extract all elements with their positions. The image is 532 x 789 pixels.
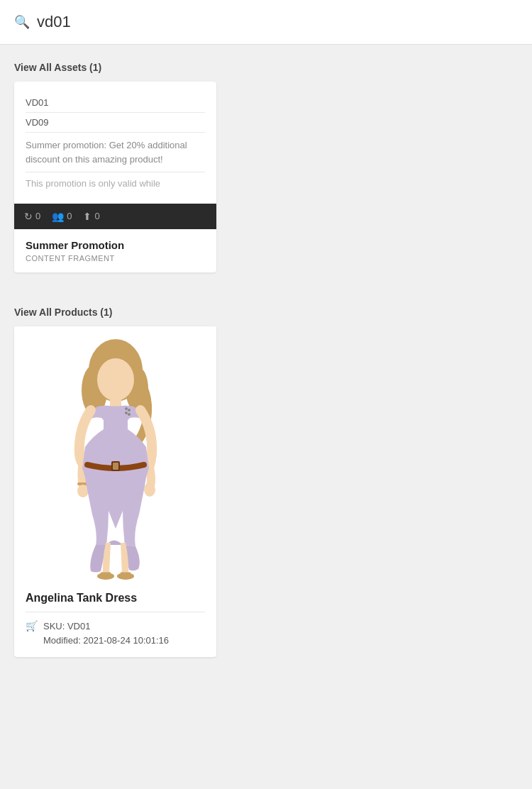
product-name: Angelina Tank Dress — [26, 592, 205, 605]
product-modified: Modified: 2021-08-24 10:01:16 — [43, 634, 169, 649]
svg-rect-6 — [102, 406, 108, 420]
asset-type-badge: CONTENT FRAGMENT — [26, 254, 205, 263]
search-header: 🔍 vd01 — [0, 0, 532, 45]
overlay-stat-1: ↻ 0 — [24, 211, 40, 222]
asset-card-content: VD01 VD09 Summer promotion: Get 20% addi… — [14, 82, 216, 204]
svg-point-4 — [97, 358, 134, 401]
asset-field-2: VD09 — [26, 113, 205, 133]
product-figure-svg — [14, 326, 216, 582]
asset-description: Summer promotion: Get 20% additional dis… — [26, 133, 205, 172]
search-query: vd01 — [37, 13, 71, 31]
svg-rect-16 — [113, 463, 118, 470]
svg-point-8 — [125, 407, 128, 410]
svg-point-11 — [128, 413, 131, 416]
asset-field-1: VD01 — [26, 93, 205, 113]
upload-icon: ⬆ — [83, 211, 92, 222]
svg-point-10 — [125, 412, 128, 414]
product-card[interactable]: Angelina Tank Dress 🛒 SKU: VD01 Modified… — [14, 326, 216, 658]
product-meta: 🛒 SKU: VD01 Modified: 2021-08-24 10:01:1… — [26, 619, 205, 649]
asset-card[interactable]: VD01 VD09 Summer promotion: Get 20% addi… — [14, 82, 216, 272]
product-image — [14, 326, 216, 582]
cart-icon: 🛒 — [26, 620, 38, 631]
users-icon: 👥 — [52, 211, 64, 222]
overlay-stat-2-value: 0 — [67, 211, 72, 221]
overlay-stat-2: 👥 0 — [52, 211, 72, 222]
refresh-icon: ↻ — [24, 211, 33, 222]
asset-title: Summer Promotion — [26, 239, 205, 251]
overlay-stat-1-value: 0 — [35, 211, 40, 221]
assets-section-header: View All Assets (1) — [0, 45, 532, 82]
asset-preview-text: This promotion is only valid while — [26, 172, 205, 195]
product-divider — [26, 612, 205, 612]
product-card-footer: Angelina Tank Dress 🛒 SKU: VD01 Modified… — [14, 582, 216, 658]
search-icon: 🔍 — [14, 14, 30, 30]
products-section-header: View All Products (1) — [0, 289, 532, 326]
product-meta-info: SKU: VD01 Modified: 2021-08-24 10:01:16 — [43, 619, 169, 649]
asset-overlay-bar: ↻ 0 👥 0 ⬆ 0 — [14, 204, 216, 229]
svg-point-9 — [128, 409, 131, 412]
product-sku: SKU: VD01 — [43, 619, 169, 634]
overlay-stat-3: ⬆ 0 — [83, 211, 99, 222]
svg-point-12 — [144, 482, 155, 497]
asset-card-footer: Summer Promotion CONTENT FRAGMENT — [14, 229, 216, 272]
overlay-stat-3-value: 0 — [94, 211, 99, 221]
